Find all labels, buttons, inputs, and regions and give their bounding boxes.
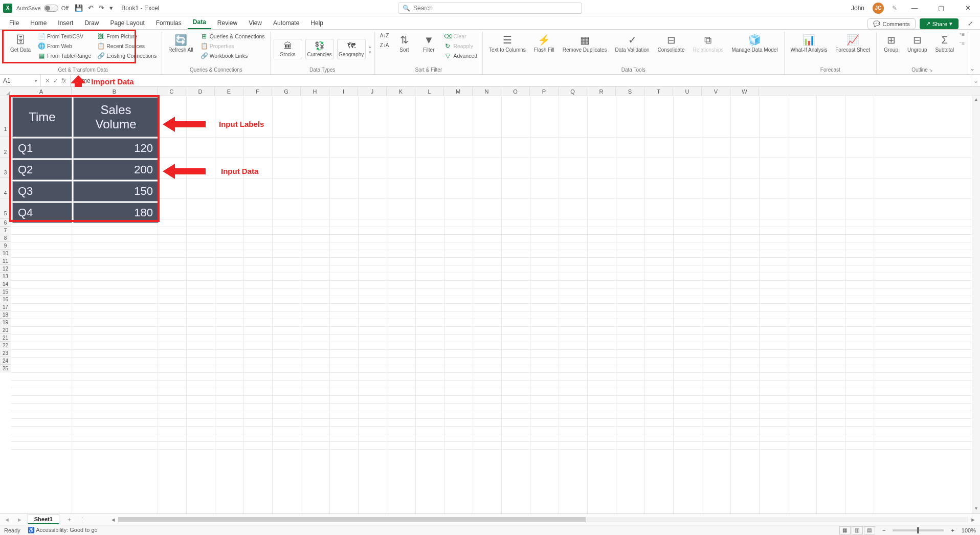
toggle-switch[interactable]	[44, 5, 58, 12]
tab-file[interactable]: File	[4, 17, 24, 29]
row-header-8[interactable]: 8	[0, 234, 11, 242]
col-header-W[interactable]: W	[730, 87, 759, 96]
row-header-10[interactable]: 10	[0, 250, 11, 257]
workbook-links-button[interactable]: 🔗Workbook Links	[198, 51, 267, 60]
col-header-V[interactable]: V	[702, 87, 730, 96]
collapse-ribbon-icon[interactable]: ⤢	[965, 18, 976, 29]
col-header-P[interactable]: P	[530, 87, 559, 96]
dialog-launcher-icon[interactable]: ↘	[929, 68, 933, 73]
scroll-left-icon[interactable]: ◄	[108, 517, 118, 523]
cell-A1[interactable]: Time	[12, 97, 72, 137]
qat-dropdown-icon[interactable]: ▾	[109, 4, 113, 12]
col-header-K[interactable]: K	[387, 87, 415, 96]
zoom-level[interactable]: 100%	[962, 527, 976, 533]
queries-connections-button[interactable]: ⊞Queries & Connections	[198, 32, 267, 41]
row-header-1[interactable]: 1	[0, 96, 11, 137]
tab-automate[interactable]: Automate	[268, 17, 304, 29]
col-header-R[interactable]: R	[587, 87, 616, 96]
zoom-in-button[interactable]: +	[951, 527, 954, 533]
col-header-U[interactable]: U	[673, 87, 702, 96]
geography-button[interactable]: 🗺Geography	[337, 39, 366, 59]
row-header-23[interactable]: 23	[0, 349, 11, 357]
existing-connections-button[interactable]: 🔗Existing Connections	[95, 51, 159, 60]
tab-draw[interactable]: Draw	[79, 17, 104, 29]
currencies-button[interactable]: 💱Currencies	[305, 39, 334, 59]
tab-data[interactable]: Data	[188, 16, 211, 29]
col-header-F[interactable]: F	[243, 87, 272, 96]
tab-home[interactable]: Home	[25, 17, 52, 29]
what-if-button[interactable]: 📊What-If Analysis	[788, 32, 831, 55]
cell-A4[interactable]: Q3	[12, 181, 72, 202]
tab-review[interactable]: Review	[212, 17, 242, 29]
cell-A3[interactable]: Q2	[12, 160, 72, 180]
col-header-A[interactable]: A	[11, 87, 72, 96]
col-header-I[interactable]: I	[329, 87, 358, 96]
col-header-B[interactable]: B	[72, 87, 158, 96]
ungroup-button[interactable]: ⊟Ungroup	[904, 32, 930, 55]
row-header-16[interactable]: 16	[0, 296, 11, 303]
col-header-M[interactable]: M	[444, 87, 473, 96]
select-all-corner[interactable]	[0, 87, 11, 96]
cell-B2[interactable]: 120	[73, 138, 159, 159]
pen-icon[interactable]: ✎	[892, 5, 897, 12]
sheet-nav-next[interactable]: ►	[15, 517, 25, 523]
autosave-toggle[interactable]: AutoSave Off	[16, 5, 69, 12]
row-header-11[interactable]: 11	[0, 257, 11, 265]
col-header-G[interactable]: G	[272, 87, 301, 96]
zoom-slider[interactable]	[893, 529, 944, 531]
comments-button[interactable]: 💬 Comments	[867, 18, 915, 29]
cell-B4[interactable]: 150	[73, 181, 159, 202]
row-header-5[interactable]: 5	[0, 198, 11, 219]
cell-B3[interactable]: 200	[73, 160, 159, 180]
formula-input[interactable]: Time Import Data	[71, 77, 971, 84]
hide-detail-icon[interactable]: ⁻≡	[959, 40, 965, 46]
subtotal-button[interactable]: ΣSubtotal	[932, 32, 957, 55]
row-header-14[interactable]: 14	[0, 280, 11, 288]
filter-button[interactable]: ▼Filter	[417, 32, 440, 55]
add-sheet-button[interactable]: ＋	[62, 516, 76, 523]
col-header-T[interactable]: T	[644, 87, 673, 96]
user-name[interactable]: John	[851, 5, 864, 12]
tab-formulas[interactable]: Formulas	[151, 17, 187, 29]
share-button[interactable]: ↗ Share ▾	[920, 18, 959, 29]
search-input[interactable]: 🔍 Search	[398, 3, 582, 14]
cells-area[interactable]: Time Sales Volume Q1120 Q2200 Q3150 Q418…	[11, 96, 980, 514]
redo-icon[interactable]: ↷	[99, 4, 104, 12]
undo-icon[interactable]: ↶	[88, 4, 94, 12]
sheet-tab-sheet1[interactable]: Sheet1	[28, 515, 59, 524]
cancel-icon[interactable]: ✕	[45, 77, 50, 84]
tab-help[interactable]: Help	[305, 17, 328, 29]
data-validation-button[interactable]: ✓Data Validation	[612, 32, 653, 55]
col-header-Q[interactable]: Q	[559, 87, 587, 96]
remove-duplicates-button[interactable]: ▦Remove Duplicates	[560, 32, 610, 55]
scroll-down-icon[interactable]: ▾	[972, 505, 980, 514]
page-break-view-button[interactable]: ▤	[864, 526, 875, 534]
row-header-13[interactable]: 13	[0, 273, 11, 280]
sort-az-button[interactable]: A↓Z	[378, 32, 391, 39]
cell-A5[interactable]: Q4	[12, 203, 72, 223]
fx-icon[interactable]: fx	[61, 77, 66, 84]
close-button[interactable]: ✕	[959, 1, 977, 15]
col-header-H[interactable]: H	[301, 87, 329, 96]
text-to-columns-button[interactable]: ☰Text to Columns	[486, 32, 529, 55]
vertical-scrollbar[interactable]: ▴ ▾	[972, 96, 980, 514]
consolidate-button[interactable]: ⊟Consolidate	[655, 32, 688, 55]
row-header-15[interactable]: 15	[0, 288, 11, 296]
row-header-2[interactable]: 2	[0, 137, 11, 158]
col-header-N[interactable]: N	[473, 87, 501, 96]
col-header-O[interactable]: O	[501, 87, 530, 96]
tab-view[interactable]: View	[243, 17, 267, 29]
cell-B1[interactable]: Sales Volume	[73, 97, 159, 137]
row-header-25[interactable]: 25	[0, 365, 11, 372]
row-header-22[interactable]: 22	[0, 342, 11, 349]
tab-insert[interactable]: Insert	[53, 17, 78, 29]
col-header-L[interactable]: L	[415, 87, 444, 96]
recent-sources-button[interactable]: 📋Recent Sources	[95, 41, 159, 51]
from-web-button[interactable]: 🌐From Web	[36, 41, 93, 51]
minimize-button[interactable]: —	[905, 1, 924, 15]
row-header-9[interactable]: 9	[0, 242, 11, 250]
flash-fill-button[interactable]: ⚡Flash Fill	[531, 32, 558, 55]
row-header-12[interactable]: 12	[0, 265, 11, 273]
maximize-button[interactable]: ▢	[932, 1, 950, 15]
avatar[interactable]: JC	[873, 3, 884, 14]
